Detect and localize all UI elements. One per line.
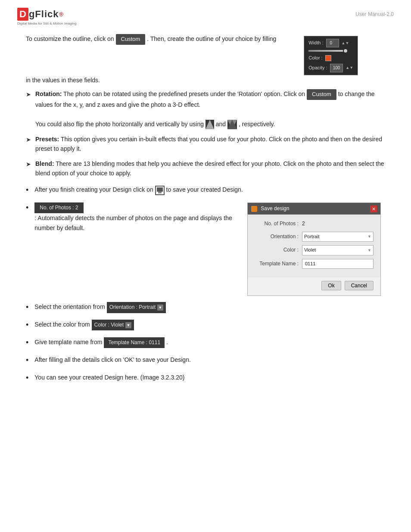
color-swatch[interactable] (325, 55, 331, 61)
photo-count-desc: : Automatically detects the number of ph… (34, 215, 232, 231)
width-label: Width : (308, 39, 323, 47)
color-bar: Color : Violet ▼ (92, 320, 134, 330)
blend-content: Blend: There are 13 blending modes that … (35, 159, 385, 178)
manual-version: User Manual-2.0 (355, 11, 394, 17)
save-design-item: • After you finish creating your Design … (26, 185, 385, 196)
flip-icon-vertical (227, 120, 237, 129)
presets-content: Presets: This option gives you certain i… (35, 134, 385, 154)
width-value: 0 (326, 39, 339, 47)
after-filling-content: After filling all the details click on '… (34, 355, 191, 364)
orientation-content: Select the orientation from Orientation … (34, 302, 166, 313)
header: D gFlick ® Digital Media for Still & Mot… (0, 0, 411, 30)
fields-period: . (98, 77, 100, 84)
dialog-ok-button[interactable]: Ok (321, 281, 341, 290)
color-content: Select the color from Color : Violet ▼ (34, 320, 134, 330)
save-icon-svg (156, 187, 164, 194)
dialog-template-row: Template Name : 0111 (255, 259, 374, 269)
save-text-after: to save your created Design. (166, 186, 243, 193)
color-row: Color : (308, 54, 353, 62)
template-period: . (166, 339, 168, 345)
dialog-buttons: Ok Cancel (248, 277, 380, 296)
rotation-content: Rotation: The photo can be rotated using… (35, 89, 385, 129)
dialog-orientation-label: Orientation : (255, 233, 302, 241)
logo-text: gFlick (29, 9, 59, 20)
color-text: Select the color from (34, 321, 91, 328)
dialog-close-button[interactable]: ✕ (370, 205, 377, 212)
bullet-list: • After you finish creating your Design … (26, 185, 385, 384)
dialog-cancel-button[interactable]: Cancel (345, 281, 374, 290)
orientation-bar-text: Orientation : Portrait (109, 303, 156, 311)
bullet-dot-filling: • (26, 354, 28, 367)
dialog-photos-row: No. of Photos : 2 (255, 220, 374, 228)
dialog-color-row: Color : Violet ▼ (255, 245, 374, 255)
see-design-text: You can see your created Design here. (I… (34, 374, 184, 381)
slider-bar[interactable] (308, 50, 343, 52)
color-bar-arrow[interactable]: ▼ (125, 322, 131, 328)
opacity-spinner[interactable]: ▲▼ (346, 65, 353, 71)
save-dialog-container: Save design ✕ No. of Photos : 2 (247, 202, 385, 296)
dialog-title-icon (251, 206, 257, 212)
flip-icon-horizontal (206, 120, 214, 129)
intro-paragraph: To customize the outline, click on Custo… (26, 34, 385, 85)
width-row: Width : 0 ▲▼ (308, 39, 353, 47)
color-label: Color : (308, 54, 322, 62)
after-filling-item: • After filling all the details click on… (26, 355, 385, 367)
flip-and-text: and (216, 121, 227, 128)
arrow-icon-blend: ➤ (26, 159, 31, 169)
arrow-list: ➤ Rotation: The photo can be rotated usi… (26, 89, 385, 178)
dialog-color-value: Violet (304, 246, 316, 254)
template-text: Give template name from (34, 339, 104, 345)
see-design-content: You can see your created Design here. (I… (34, 373, 184, 382)
color-item: • Select the color from Color : Violet ▼ (26, 320, 385, 331)
intro-text-2: . Then, create the outline of your choic… (147, 35, 276, 42)
dialog-orientation-row: Orientation : Portrait ▼ (255, 232, 374, 242)
color-bar-text: Color : Violet (94, 321, 124, 329)
arrow-icon-presets: ➤ (26, 135, 31, 144)
save-dialog: Save design ✕ No. of Photos : 2 (247, 202, 381, 296)
dialog-titlebar: Save design ✕ (248, 203, 380, 215)
dialog-title-left: Save design (251, 205, 289, 213)
template-name-content: Give template name from Template Name : … (34, 337, 168, 348)
dialog-template-label: Template Name : (255, 260, 302, 268)
content-area: To customize the outline, click on Custo… (0, 30, 411, 407)
svg-rect-3 (157, 187, 163, 192)
blend-item: ➤ Blend: There are 13 blending modes tha… (26, 159, 385, 178)
photo-count-bar: No. of Photos : 2 (34, 202, 83, 213)
opacity-row: Opacity : 100 ▲▼ (308, 64, 353, 72)
dialog-template-input[interactable]: 0111 (302, 259, 374, 269)
template-bar-text: Template Name : 0111 (108, 339, 160, 347)
dialog-color-select[interactable]: Violet ▼ (302, 245, 374, 255)
logo-area: D gFlick ® Digital Media for Still & Mot… (17, 8, 76, 25)
logo-trademark: ® (59, 11, 63, 18)
dialog-orientation-select[interactable]: Portrait ▼ (302, 232, 374, 242)
slider-row (308, 49, 353, 53)
logo: D gFlick ® (17, 8, 76, 21)
custom-button-inline[interactable]: Custom (116, 34, 146, 45)
save-design-content: After you finish creating your Design cl… (34, 185, 243, 195)
logo-tagline: Digital Media for Still & Motion Imaging (17, 22, 76, 25)
color-dropdown-arrow: ▼ (367, 247, 371, 253)
orientation-text: Select the orientation from (34, 304, 106, 311)
logo-d: D (17, 8, 28, 21)
bullet-dot-photos: • (26, 202, 28, 214)
slider-handle[interactable] (344, 49, 347, 53)
orientation-bar-arrow[interactable]: ▼ (157, 305, 163, 311)
orientation-dropdown-arrow: ▼ (367, 233, 371, 240)
width-spinner[interactable]: ▲▼ (342, 40, 349, 46)
flip-text: You could also flip the photo horizontal… (35, 121, 206, 128)
bullet-dot-see: • (26, 372, 28, 384)
intro-text-1: To customize the outline, click on (26, 35, 114, 42)
template-name-item: • Give template name from Template Name … (26, 337, 385, 349)
bullet-dot-color: • (26, 319, 28, 331)
save-icon[interactable] (155, 186, 165, 195)
svg-rect-4 (158, 192, 162, 193)
photo-count-left: No. of Photos : 2 : Automatically detect… (34, 202, 234, 233)
blend-label: Blend: (35, 160, 54, 167)
custom-button-rotation[interactable]: Custom (307, 89, 336, 100)
opacity-label: Opacity : (308, 64, 327, 72)
rotation-label: Rotation: (35, 90, 62, 97)
bullet-dot-save: • (26, 184, 28, 196)
presets-label: Presets: (35, 136, 59, 143)
after-filling-text: After filling all the details click on '… (34, 356, 191, 363)
dialog-orientation-value: Portrait (304, 233, 319, 241)
